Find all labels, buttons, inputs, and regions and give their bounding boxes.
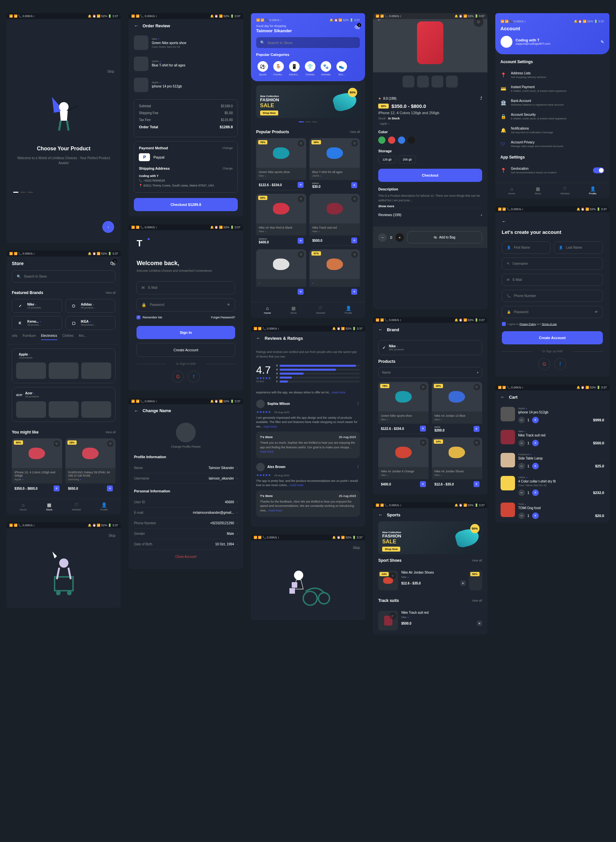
add-button[interactable]: + — [351, 289, 357, 295]
email-field[interactable]: ✉E-Mail — [136, 281, 235, 294]
back-button[interactable]: ← — [377, 17, 381, 22]
brand-card[interactable]: ⬡Adidas95 product... — [66, 299, 116, 313]
reviews-link[interactable]: Reviews (199)› — [378, 208, 482, 222]
category-item[interactable]: 📱Electro... — [288, 61, 301, 76]
close-account[interactable]: Close Account — [134, 550, 238, 564]
settings-item[interactable]: 🛡Account PrivacyManage data usage and co… — [500, 137, 604, 151]
add-button[interactable]: + — [351, 238, 357, 244]
product-card[interactable]: 20%♡ Nike Air Jordan 13 BlueNike $400$20… — [432, 382, 482, 434]
thumbnail[interactable] — [403, 76, 414, 88]
nav-store[interactable]: ▦Store — [46, 502, 52, 511]
forgot-password[interactable]: Forget Password? — [211, 316, 235, 319]
qty-minus[interactable]: − — [518, 489, 525, 496]
add-button[interactable]: + — [54, 486, 60, 491]
terms-checkbox[interactable]: ✓I agree to Privacy Policy and Terms of … — [502, 322, 603, 326]
create-account-button[interactable]: Create Account — [502, 331, 603, 344]
add-button[interactable]: + — [298, 238, 304, 244]
profile-row[interactable]: Date of Birth10 Oct, 1994 › — [134, 539, 238, 550]
product-card[interactable]: 37%♡ + — [309, 249, 360, 297]
more-icon[interactable]: ⋮ — [356, 402, 360, 406]
product-card[interactable]: ♡ + — [256, 249, 307, 297]
qty-minus[interactable]: − — [518, 417, 525, 423]
settings-item[interactable]: 🏦Bank AccountWithdraw balance to registe… — [500, 96, 604, 110]
back-button[interactable]: ← — [134, 23, 138, 28]
change-picture[interactable]: Change Profile Picture — [134, 445, 238, 448]
settings-item[interactable]: 📍GeolocationSet recommendation based on … — [500, 163, 604, 177]
add-button[interactable]: + — [420, 425, 426, 431]
brand-card[interactable]: ▢IKEA36 product... — [66, 316, 116, 330]
google-signup[interactable]: G — [538, 358, 550, 370]
email-field[interactable]: ✉E-Mail — [502, 274, 603, 286]
tab-Furniture[interactable]: Furniture — [23, 334, 36, 340]
promo-banner[interactable]: New CollectionFASHIONSALEShop Now 50% — [256, 85, 360, 118]
brand-card[interactable]: ✓Nike15 products — [12, 299, 62, 313]
skip-link[interactable]: Skip — [107, 69, 114, 73]
promo-banner[interactable]: New CollectionFASHIONSALEShop Now 50% — [378, 521, 482, 554]
add-button[interactable]: + — [461, 581, 466, 586]
back-button[interactable]: ← — [378, 512, 383, 517]
nav-wishlist[interactable]: ♡Wishlist — [72, 502, 81, 511]
heart-icon[interactable]: ♡ — [54, 440, 60, 447]
product-card[interactable]: 18%♡ SAMSUNG Galaxy S9 (Pink, 64 GB) (4 … — [66, 439, 116, 493]
profile-row[interactable]: Usernametaimoor_sikander › — [134, 473, 238, 484]
back-button[interactable]: ← — [256, 336, 261, 341]
edit-icon[interactable]: ✎ — [601, 40, 604, 44]
create-account-button[interactable]: Create Account — [136, 343, 235, 357]
color-option[interactable] — [398, 136, 405, 144]
qty-plus[interactable]: + — [395, 233, 404, 242]
category-item[interactable]: 🐾Animals — [319, 61, 333, 76]
product-card[interactable]: 33%♡ Nike Air Max Red & BlackNike $600.0… — [256, 194, 307, 246]
heart-icon[interactable]: ♡ — [420, 384, 427, 390]
heart-icon[interactable]: ♡ — [474, 439, 480, 446]
nav-store[interactable]: ▦Store — [290, 305, 297, 314]
settings-item[interactable]: 🔒Account SecurityE-Wallet, credit cards,… — [500, 110, 604, 123]
featured-brand-apple[interactable]: Apple15 products — [12, 348, 116, 383]
back-button[interactable]: ← — [378, 327, 383, 332]
qty-plus[interactable]: + — [532, 512, 539, 519]
nav-profile[interactable]: 👤Profile — [345, 305, 352, 314]
back-button[interactable]: ← — [502, 219, 506, 224]
next-button[interactable]: › — [102, 221, 114, 233]
product-card[interactable]: ♡ Nike Air Jordan 6 OrangeNike $400.0+ — [378, 437, 428, 489]
profile-row[interactable]: NameTaimoor Sikander › — [134, 463, 238, 473]
settings-item[interactable]: 📍Address ListsSet shopping delivery addr… — [500, 68, 604, 82]
brand-card[interactable]: KKenw...36 produc... — [12, 316, 62, 330]
product-card[interactable]: 78%♡ Green Nike sports shoeNike $122.6 -… — [378, 382, 428, 434]
eye-icon[interactable]: 👁 — [227, 303, 230, 307]
qty-minus[interactable]: − — [518, 463, 525, 469]
featured-brand-acer[interactable]: acerAcer36 products — [12, 387, 116, 422]
skip-link[interactable]: Skip — [353, 546, 360, 550]
heart-icon[interactable]: ♡ — [420, 439, 427, 446]
search-input[interactable]: 🔍Search In Store — [12, 270, 116, 283]
add-to-bag[interactable]: 🛍Add to Bag — [407, 231, 482, 244]
category-item[interactable]: 👕Clothes — [304, 61, 317, 76]
add-button[interactable]: + — [107, 486, 113, 491]
category-item[interactable]: ⚽Sports — [256, 61, 269, 76]
color-option[interactable] — [388, 136, 395, 144]
search-input[interactable]: 🔍Search In Store — [256, 37, 360, 48]
settings-item[interactable]: 🔔NotificationsSet any kind of notificati… — [500, 123, 604, 137]
toggle[interactable] — [593, 167, 604, 173]
profile-row[interactable]: User ID45689 › — [134, 497, 238, 508]
checkout-button[interactable]: Checkout — [378, 169, 482, 182]
size-option[interactable]: 256 gb — [399, 155, 417, 163]
qty-plus[interactable]: + — [532, 489, 539, 496]
change-address[interactable]: Change — [222, 167, 233, 170]
nav-wishlist[interactable]: ♡Wishlist — [316, 305, 325, 314]
back-button[interactable]: ← — [134, 408, 138, 414]
facebook-login[interactable]: f — [188, 371, 199, 383]
heart-icon[interactable]: ♡ — [351, 251, 358, 258]
nav-profile[interactable]: 👤Profile — [589, 186, 597, 195]
username-field[interactable]: ✎Username — [502, 258, 603, 270]
add-button[interactable]: + — [298, 289, 304, 295]
password-field[interactable]: 🔒Password👁 — [502, 306, 603, 318]
tab-Electronics[interactable]: Electronics — [41, 334, 57, 340]
profile-row[interactable]: Phone Number+923329121290 › — [134, 518, 238, 528]
signin-button[interactable]: Sign In — [136, 326, 235, 339]
add-button[interactable]: + — [474, 481, 480, 487]
back-button[interactable]: ← — [500, 395, 505, 400]
heart-icon[interactable]: ♡ — [107, 440, 113, 447]
remember-checkbox[interactable]: ✓Remember Me — [136, 315, 162, 319]
color-option[interactable] — [408, 136, 415, 144]
product-card[interactable]: 14%♡ Nike Air Jordan ShoesNike $12.6 - $… — [432, 437, 482, 489]
